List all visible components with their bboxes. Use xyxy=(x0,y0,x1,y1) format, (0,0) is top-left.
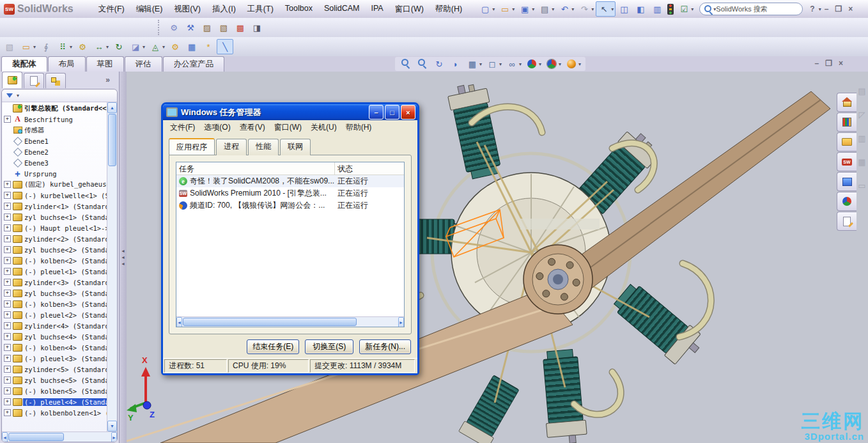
featuremanager-tab-icon[interactable] xyxy=(2,72,22,88)
instant3d-icon[interactable]: ▾ xyxy=(217,39,233,54)
menu-item[interactable]: 文件(F) xyxy=(93,2,130,17)
doc-close-button[interactable]: × xyxy=(835,59,846,68)
ribbon-tab[interactable]: 草图 xyxy=(86,56,124,72)
menu-item[interactable]: 插入(I) xyxy=(206,2,242,17)
tree-item[interactable]: Ebene3 xyxy=(2,157,107,168)
view-orientation-icon[interactable]: ▾ xyxy=(464,56,484,72)
tm-menu-item[interactable]: 选项(O) xyxy=(199,121,235,134)
dropdown-arrow-icon[interactable]: ▾ xyxy=(591,6,594,12)
image-export-icon[interactable] xyxy=(215,20,232,35)
linear-component-pattern-icon[interactable]: ▾ xyxy=(54,39,74,54)
zoom-fit-icon[interactable]: ▾ xyxy=(398,56,414,72)
traffic-light-icon[interactable]: ▾ xyxy=(665,3,676,16)
task-list-horizontal-scrollbar[interactable]: ◄ ► xyxy=(176,316,404,327)
display-style-icon[interactable]: ▾ xyxy=(484,56,504,72)
scroll-right-arrow[interactable]: ► xyxy=(398,317,404,327)
scroll-thumb[interactable] xyxy=(108,114,116,166)
expand-toggle-icon[interactable] xyxy=(4,279,11,286)
scroll-left-arrow[interactable]: ◄ xyxy=(176,317,182,327)
dropdown-arrow-icon[interactable]: ▾ xyxy=(33,44,36,50)
save-icon[interactable]: ▾ xyxy=(516,1,536,17)
dropdown-arrow-icon[interactable]: ▾ xyxy=(499,61,502,67)
dropdown-arrow-icon[interactable]: ▾ xyxy=(611,6,614,12)
cascade-windows-icon[interactable]: ▾ xyxy=(649,1,665,17)
tm-tab[interactable]: 联网 xyxy=(280,139,311,155)
wrench-icon[interactable] xyxy=(182,20,199,35)
dropdown-arrow-icon[interactable]: ▾ xyxy=(578,61,581,67)
propeller-hub[interactable] xyxy=(523,245,593,314)
tree-item[interactable]: (-) pleuel<3> (Standar xyxy=(2,353,107,364)
redo-icon[interactable]: ▾ xyxy=(576,1,596,17)
tree-item[interactable]: Ebene1 xyxy=(2,136,107,146)
tree-item[interactable]: (-) Haupt_pleuel<1>->? xyxy=(2,222,107,233)
tree-item[interactable]: (-) pleuel<2> (Standar xyxy=(2,309,107,320)
tree-item[interactable]: Beschriftung xyxy=(2,114,107,125)
exploded-view-icon[interactable]: ▾ xyxy=(200,39,217,54)
tree-horizontal-scrollbar[interactable]: ◄ ► xyxy=(2,431,117,442)
new-document-icon[interactable]: ▾ xyxy=(477,1,497,17)
expand-toggle-icon[interactable] xyxy=(4,377,11,384)
propertymanager-tab-icon[interactable] xyxy=(24,73,44,88)
appearances-scenes-tab-icon[interactable] xyxy=(837,192,856,211)
dropdown-arrow-icon[interactable]: ▾ xyxy=(143,44,145,50)
sheet-half-icon[interactable] xyxy=(249,20,265,35)
tm-action-button[interactable]: 新任务(N)... xyxy=(359,339,411,354)
custom-properties-tab-icon[interactable] xyxy=(837,212,856,231)
doc-minimize-button[interactable]: – xyxy=(812,59,823,68)
insert-components-icon[interactable]: ▾ xyxy=(18,39,38,54)
smart-fasteners-icon[interactable]: ▾ xyxy=(74,39,91,54)
undo-icon[interactable]: ▾ xyxy=(556,1,576,17)
filter-dropdown-icon[interactable]: ▾ xyxy=(17,93,19,98)
view-settings-icon[interactable]: ▾ xyxy=(563,56,583,72)
dropdown-arrow-icon[interactable]: ▾ xyxy=(559,61,561,67)
expand-toggle-icon[interactable] xyxy=(4,224,11,231)
tree-item[interactable]: zylinder<1> (Standard< xyxy=(2,201,107,212)
task-column-header[interactable]: 任务 xyxy=(176,162,335,175)
expand-toggle-icon[interactable] xyxy=(4,398,11,405)
expand-toggle-icon[interactable] xyxy=(4,257,11,264)
expand-toggle-icon[interactable] xyxy=(4,333,11,340)
tree-item[interactable]: (-) kolben<4> (Standar xyxy=(2,342,107,353)
mate-icon[interactable]: ▾ xyxy=(38,39,54,54)
tile-windows-icon[interactable]: ▾ xyxy=(632,1,649,17)
tree-item[interactable]: (-) kolben<2> (Standar xyxy=(2,255,107,266)
status-column-header[interactable]: 状态 xyxy=(335,162,404,175)
expand-toggle-icon[interactable] xyxy=(4,344,11,351)
expand-toggle-icon[interactable] xyxy=(4,290,11,297)
edit-component-icon[interactable]: ▾ xyxy=(1,39,18,54)
expand-toggle-icon[interactable] xyxy=(4,409,11,416)
tree-item[interactable]: zyl_buchse<2> (Standar xyxy=(2,244,107,255)
tree-item[interactable]: Ursprung xyxy=(2,168,107,179)
move-component-icon[interactable]: ▾ xyxy=(91,39,111,54)
render-image-icon[interactable] xyxy=(199,20,215,35)
help-button[interactable]: ? xyxy=(807,4,818,13)
tree-item[interactable]: (固定) kurbel_gehaeuse xyxy=(2,179,107,190)
tree-item[interactable]: zylinder<5> (Standard< xyxy=(2,364,107,375)
tm-menu-item[interactable]: 关机(U) xyxy=(306,121,341,134)
tm-menu-item[interactable]: 文件(F) xyxy=(166,121,199,134)
zoom-area-icon[interactable]: ▾ xyxy=(414,56,431,72)
rotate-view-icon[interactable]: ▾ xyxy=(431,56,447,72)
tree-item[interactable]: (-) kolben<3> (Standar xyxy=(2,299,107,309)
tm-maximize-button[interactable]: □ xyxy=(385,105,399,120)
tree-item[interactable]: (-) kolbenbolzen<1> (S xyxy=(2,407,107,418)
dropdown-arrow-icon[interactable]: ▾ xyxy=(70,44,72,50)
solidworks-search-input[interactable]: ▾ SolidWorks 搜索 xyxy=(699,3,803,15)
tree-item[interactable]: zyl_buchse<3> (Standar xyxy=(2,288,107,299)
split-window-icon[interactable]: ▾ xyxy=(616,1,632,17)
tree-item[interactable]: 传感器 xyxy=(2,125,107,136)
menu-item[interactable]: 视图(V) xyxy=(168,2,206,17)
dropdown-arrow-icon[interactable]: ▾ xyxy=(571,6,574,12)
select-icon[interactable]: ▾ xyxy=(596,1,616,17)
task-row[interactable]: 频道ID: 700, 【饿狼传说】网游公会：... 正在运行 xyxy=(176,199,404,212)
tree-filter-bar[interactable]: ▾ xyxy=(2,89,117,102)
tree-item[interactable]: Ebene2 xyxy=(2,146,107,157)
expand-toggle-icon[interactable] xyxy=(4,322,11,329)
expand-toggle-icon[interactable] xyxy=(4,181,11,188)
tree-item[interactable]: (-) pleuel<4> (Standar xyxy=(2,396,107,407)
options-icon[interactable]: ▾ xyxy=(676,1,695,17)
dropdown-arrow-icon[interactable]: ▾ xyxy=(162,44,165,50)
configurationmanager-tab-icon[interactable] xyxy=(45,73,66,88)
expand-toggle-icon[interactable] xyxy=(4,192,11,199)
motion-study-icon[interactable]: ▾ xyxy=(167,39,183,54)
